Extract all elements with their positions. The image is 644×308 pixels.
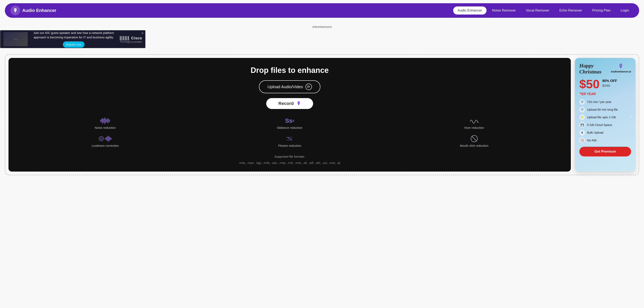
feature-icon-4: ⬆: [579, 130, 585, 136]
promo-header: HappyChristmas 🎙 Audioenhancer.ai: [579, 63, 631, 75]
promo-price-details: 80% OFF $240: [602, 78, 617, 88]
nav-links: Audio Enhancer Noise Remover Vocal Remov…: [453, 6, 634, 14]
promo-price: $50: [579, 78, 600, 90]
promo-original-price: $240: [602, 84, 617, 88]
promo-feature-5: 🚫 No Ads: [579, 138, 631, 143]
mic-icon: 🎙: [296, 101, 301, 106]
promo-logo-text: Audioenhancer.ai: [611, 70, 631, 73]
nav-link-login[interactable]: Login: [616, 6, 634, 14]
feature-text-2: Upload file upto 2 GB: [587, 116, 616, 119]
feature-text-4: Bulk Upload: [587, 131, 603, 134]
sibilance-icon: Sss: [285, 117, 294, 124]
hum-icon: [470, 117, 479, 124]
drop-title: Drop files to enhance: [251, 66, 329, 75]
nav-link-pricing-plan[interactable]: Pricing Plan: [588, 6, 615, 14]
promo-per-year: PER YEAR: [579, 92, 631, 96]
xmas-text: HappyChristmas: [579, 63, 602, 75]
promo-feature-0: ⏱ 720 min / per year: [579, 99, 631, 105]
promo-feature-1: ⏱ Upload 60 min long file: [579, 107, 631, 112]
feature-icon-3: 💾: [579, 122, 585, 128]
feature-noise-reduction: Noise reduction: [15, 117, 196, 129]
feature-sibilance-reduction: Sss Sibilance reduction: [200, 117, 380, 129]
ad-close-button[interactable]: ✕: [141, 31, 144, 35]
ad-image: img: [4, 32, 28, 46]
navbar: 🎙 Audio Enhancer Audio Enhancer Noise Re…: [5, 3, 639, 18]
ad-label: Advertisement: [0, 25, 644, 28]
logo-text: Audio Enhancer: [22, 8, 56, 13]
nav-link-echo-remover[interactable]: Echo Remover: [555, 6, 586, 14]
sibilance-reduction-label: Sibilance reduction: [277, 126, 302, 129]
feature-loudness-correction: Loudness correction: [15, 135, 196, 147]
feature-text-5: No Ads: [587, 139, 597, 142]
loudness-icon: [99, 135, 112, 142]
mouth-click-icon: [470, 135, 478, 142]
cisco-logo: |||||| Cisco: [120, 35, 142, 41]
nav-link-audio-enhancer[interactable]: Audio Enhancer: [453, 6, 486, 14]
formats-label: Supported file formats:: [238, 154, 341, 159]
upload-panel: Drop files to enhance Upload Audio/Video…: [8, 58, 571, 171]
feature-text-1: Upload 60 min long file: [587, 108, 618, 111]
dashed-wrapper: Drop files to enhance Upload Audio/Video…: [5, 54, 639, 175]
promo-features-list: ⏱ 720 min / per year ⏱ Upload 60 min lon…: [579, 99, 631, 143]
plosive-reduction-label: Plosive reduction: [278, 144, 301, 147]
ad-text-block: Join our IDC guest speaker and see how a…: [32, 31, 116, 48]
feature-icon-5: 🚫: [579, 138, 585, 143]
promo-card: ❄ ❄ ❄ ❄ HappyChristmas 🎙 Audioenhancer.a…: [575, 58, 636, 171]
features-grid: Noise reduction Sss Sibilance reduction: [15, 117, 564, 147]
feature-plosive-reduction: Plosive reduction: [200, 135, 380, 147]
record-button[interactable]: Record 🎙: [266, 98, 313, 109]
loudness-correction-label: Loudness correction: [92, 144, 119, 147]
feature-hum-reduction: Hum reduction: [384, 117, 564, 129]
feature-icon-1: ⏱: [579, 107, 585, 112]
feature-text-0: 720 min / per year: [587, 100, 612, 104]
ad-copy: Join our IDC guest speaker and see how a…: [32, 31, 116, 40]
nav-logo: 🎙 Audio Enhancer: [10, 6, 56, 15]
svg-line-3: [472, 136, 477, 141]
upload-button[interactable]: Upload Audio/Video ⟳: [259, 80, 320, 93]
mouth-click-reduction-label: Mouth click reduction: [460, 144, 488, 147]
get-premium-button[interactable]: Get Premium: [579, 147, 631, 156]
noise-reduction-label: Noise reduction: [94, 126, 116, 129]
feature-icon-2: 📁: [579, 115, 585, 120]
feature-mouth-click-reduction: Mouth click reduction: [384, 135, 564, 147]
promo-feature-3: 💾 5 GB Cloud Space: [579, 122, 631, 128]
ad-brand: |||||| Cisco The bridge to possible: [120, 35, 142, 43]
promo-logo: 🎙 Audioenhancer.ai: [611, 63, 631, 73]
formats-text: .m4a, .mp4, .3gp, .m4b, .aac, .m4p, .m4r…: [238, 160, 341, 165]
logo-icon: 🎙: [10, 6, 20, 15]
hum-reduction-label: Hum reduction: [464, 126, 484, 129]
promo-logo-icon: 🎙: [618, 63, 624, 69]
formats-section: Supported file formats: .m4a, .mp4, .3gp…: [238, 154, 341, 165]
cisco-sub: The bridge to possible: [120, 41, 142, 43]
feature-text-3: 5 GB Cloud Space: [587, 123, 612, 127]
nav-link-vocal-remover[interactable]: Vocal Remover: [522, 6, 554, 14]
noise-reduction-icon: [100, 117, 110, 124]
upload-button-label: Upload Audio/Video: [268, 85, 303, 89]
plosive-icon: [286, 135, 294, 142]
promo-price-row: $50 80% OFF $240: [579, 78, 631, 90]
promo-feature-4: ⬆ Bulk Upload: [579, 130, 631, 136]
ad-register-button[interactable]: Register now: [63, 41, 85, 48]
ad-banner[interactable]: img Join our IDC guest speaker and see h…: [0, 30, 146, 48]
feature-icon-0: ⏱: [579, 99, 585, 105]
main-content: Drop files to enhance Upload Audio/Video…: [0, 50, 644, 179]
promo-feature-2: 📁 Upload file upto 2 GB: [579, 115, 631, 120]
advertisement-section: Advertisement img Join our IDC guest spe…: [0, 21, 644, 50]
upload-icon: ⟳: [306, 84, 312, 90]
record-button-label: Record: [278, 101, 294, 106]
promo-discount: 80% OFF: [602, 79, 617, 83]
nav-link-noise-remover[interactable]: Noise Remover: [488, 6, 520, 14]
